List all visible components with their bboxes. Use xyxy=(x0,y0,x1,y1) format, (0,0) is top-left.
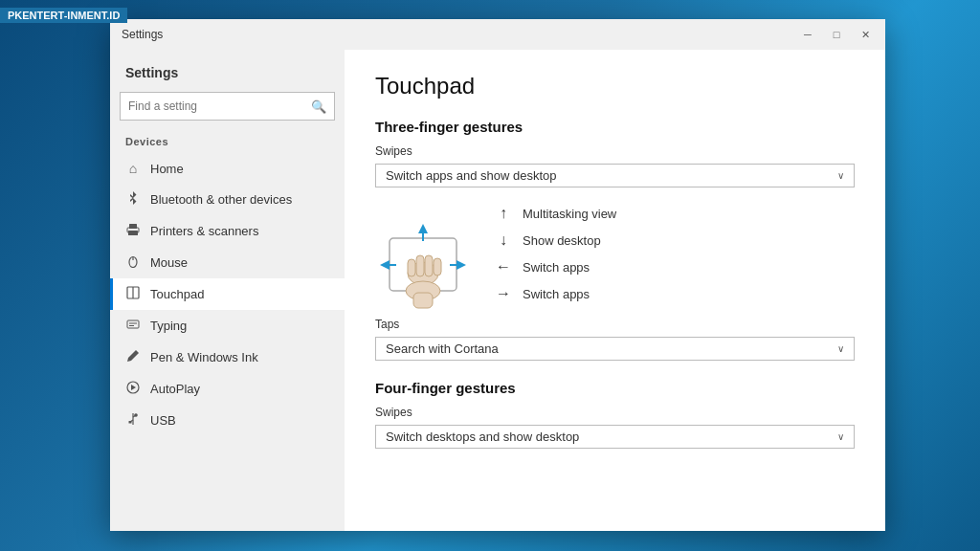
section-label: Devices xyxy=(110,132,345,153)
close-button[interactable]: ✕ xyxy=(853,25,878,44)
svg-marker-18 xyxy=(418,224,428,233)
pen-icon xyxy=(125,349,141,365)
svg-marker-22 xyxy=(457,260,466,270)
sidebar-item-printers[interactable]: Printers & scanners xyxy=(110,215,345,247)
gesture-item-left: ← Switch apps xyxy=(494,258,616,276)
svg-rect-7 xyxy=(127,320,139,328)
usb-icon xyxy=(125,412,141,429)
four-finger-heading: Four-finger gestures xyxy=(375,380,855,396)
sidebar-item-usb[interactable]: USB xyxy=(110,405,345,436)
watermark: PKENTERT-INMENT.ID xyxy=(0,8,127,23)
page-title: Touchpad xyxy=(375,73,855,99)
svg-marker-20 xyxy=(380,260,390,270)
svg-rect-30 xyxy=(413,293,433,308)
swipes-label: Swipes xyxy=(375,144,855,158)
sidebar-item-pen-label: Pen & Windows Ink xyxy=(150,350,258,364)
dropdown-arrow-icon: ∨ xyxy=(837,170,844,181)
mouse-icon xyxy=(125,254,141,271)
four-finger-swipes-dropdown[interactable]: Switch desktops and show desktop ∨ xyxy=(375,425,855,449)
gesture-item-down: ↓ Show desktop xyxy=(494,231,616,249)
right-arrow-icon: → xyxy=(494,285,513,302)
left-arrow-icon: ← xyxy=(494,258,513,276)
sidebar-app-title: Settings xyxy=(110,57,345,92)
svg-rect-27 xyxy=(425,255,433,276)
autoplay-icon xyxy=(125,381,141,397)
taps-dropdown-arrow-icon: ∨ xyxy=(837,343,844,354)
gesture-area: ↑ Multitasking view ↓ Show desktop ← Swi… xyxy=(375,201,855,302)
four-finger-dropdown-arrow-icon: ∨ xyxy=(837,431,844,442)
gesture-item-up: ↑ Multitasking view xyxy=(494,205,616,222)
home-icon: ⌂ xyxy=(125,161,141,176)
sidebar-item-home[interactable]: ⌂ Home xyxy=(110,153,345,184)
taps-value: Search with Cortana xyxy=(386,342,499,356)
search-input[interactable] xyxy=(128,99,311,113)
three-finger-swipes-dropdown[interactable]: Switch apps and show desktop ∨ xyxy=(375,164,855,187)
gesture-list: ↑ Multitasking view ↓ Show desktop ← Swi… xyxy=(494,205,616,302)
bluetooth-icon xyxy=(125,191,141,208)
window-controls: ─ □ ✕ xyxy=(795,25,878,44)
sidebar-item-touchpad[interactable]: Touchpad xyxy=(110,278,345,310)
three-finger-heading: Three-finger gestures xyxy=(375,119,855,135)
sidebar-item-touchpad-label: Touchpad xyxy=(150,287,204,301)
minimize-button[interactable]: ─ xyxy=(795,25,820,44)
svg-rect-28 xyxy=(434,258,441,276)
taps-section: Taps Search with Cortana ∨ xyxy=(375,318,855,361)
touchpad-icon xyxy=(125,286,141,302)
touchpad-illustration xyxy=(375,205,471,300)
gesture-item-right: → Switch apps xyxy=(494,285,616,302)
gesture-right-label: Switch apps xyxy=(523,287,590,301)
svg-marker-11 xyxy=(131,385,136,390)
three-finger-swipes-value: Switch apps and show desktop xyxy=(386,168,557,183)
sidebar-item-mouse[interactable]: Mouse xyxy=(110,247,345,278)
sidebar-item-home-label: Home xyxy=(150,162,184,176)
search-box[interactable]: 🔍 xyxy=(120,92,335,121)
sidebar-item-typing[interactable]: Typing xyxy=(110,310,345,342)
down-arrow-icon: ↓ xyxy=(494,231,513,249)
window-title: Settings xyxy=(122,28,163,41)
desktop: PKENTERT-INMENT.ID Settings ─ □ ✕ Settin… xyxy=(0,0,980,551)
four-finger-swipes-label: Swipes xyxy=(375,406,855,419)
search-icon: 🔍 xyxy=(311,99,326,114)
maximize-button[interactable]: □ xyxy=(824,25,849,44)
sidebar-item-typing-label: Typing xyxy=(150,319,187,333)
sidebar-item-usb-label: USB xyxy=(150,413,176,428)
four-finger-swipes-value: Switch desktops and show desktop xyxy=(386,430,579,444)
gesture-left-label: Switch apps xyxy=(523,260,590,275)
svg-rect-16 xyxy=(129,421,132,424)
taps-dropdown[interactable]: Search with Cortana ∨ xyxy=(375,337,855,361)
sidebar-item-bluetooth-label: Bluetooth & other devices xyxy=(150,192,292,207)
title-bar: Settings ─ □ ✕ xyxy=(110,19,885,50)
sidebar-item-printers-label: Printers & scanners xyxy=(150,224,258,238)
sidebar-item-pen[interactable]: Pen & Windows Ink xyxy=(110,342,345,373)
taps-label: Taps xyxy=(375,318,855,331)
svg-point-15 xyxy=(135,414,137,416)
gesture-up-label: Multitasking view xyxy=(523,207,616,221)
svg-rect-25 xyxy=(408,259,415,276)
up-arrow-icon: ↑ xyxy=(494,205,513,222)
printer-icon xyxy=(125,223,141,239)
sidebar-item-autoplay[interactable]: AutoPlay xyxy=(110,373,345,405)
sidebar-item-mouse-label: Mouse xyxy=(150,255,188,270)
gesture-down-label: Show desktop xyxy=(523,233,601,248)
sidebar-item-autoplay-label: AutoPlay xyxy=(150,382,200,396)
main-content: Touchpad Three-finger gestures Swipes Sw… xyxy=(345,50,885,531)
settings-window: Settings ─ □ ✕ Settings 🔍 Devices xyxy=(110,19,885,531)
sidebar: Settings 🔍 Devices ⌂ Home Blue xyxy=(110,50,345,531)
window-body: Settings 🔍 Devices ⌂ Home Blue xyxy=(110,50,885,531)
sidebar-item-bluetooth[interactable]: Bluetooth & other devices xyxy=(110,184,345,215)
typing-icon xyxy=(125,318,141,334)
svg-rect-26 xyxy=(416,255,424,276)
